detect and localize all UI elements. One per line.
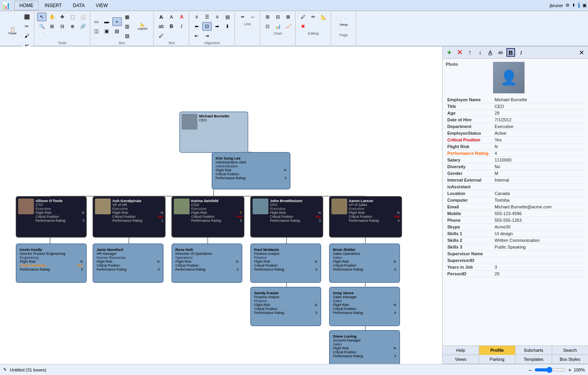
org-box-hr[interactable]: Ash Gorakpiraia VP of HR Executive Fligh… bbox=[93, 196, 166, 238]
panel-close-button[interactable]: ✕ bbox=[577, 48, 586, 57]
panel-tab-search[interactable]: Search bbox=[552, 346, 588, 355]
org-box-kevin[interactable]: Kevin Kastle Director Product Engineerin… bbox=[16, 243, 87, 283]
canvas-area[interactable]: Michael Burnette CEO Kim Sung Lee Admini… bbox=[0, 46, 442, 364]
org-box-ceo[interactable]: Michael Burnette CEO bbox=[179, 111, 248, 153]
zoom-out-button[interactable]: – bbox=[529, 367, 532, 373]
org-box-cfo[interactable]: John Broekhuizen CFO Executive Flight Ri… bbox=[250, 196, 323, 238]
panel-italic-button[interactable]: I bbox=[517, 48, 525, 57]
align-left2[interactable]: ⬅ bbox=[192, 22, 201, 31]
panel-up-button[interactable]: ↑ bbox=[465, 48, 474, 57]
org-box-admin[interactable]: Kim Sung Lee Administrative clerk Admini… bbox=[212, 152, 290, 189]
cut-button[interactable]: ✂ bbox=[22, 22, 32, 31]
panel-bold-button[interactable]: B bbox=[506, 48, 515, 57]
tool6[interactable]: ⊞ bbox=[47, 22, 57, 31]
panel-tab-help[interactable]: Help bbox=[443, 346, 479, 355]
chart6[interactable]: 📈 bbox=[283, 22, 293, 31]
chart4[interactable]: ⊡ bbox=[263, 22, 272, 31]
panel-delete-button[interactable]: ✕ bbox=[455, 48, 464, 57]
bold-button[interactable]: B bbox=[167, 22, 176, 31]
align-bottom[interactable]: ⬇ bbox=[223, 22, 232, 31]
align-left[interactable]: ≡ bbox=[192, 13, 201, 21]
align-center2[interactable]: ⊡ bbox=[202, 22, 212, 31]
org-box-vpsales[interactable]: Aaron Larson VP of Sales Executive Fligh… bbox=[329, 196, 402, 238]
text-format[interactable]: ab bbox=[156, 22, 166, 31]
panel-tab-templates[interactable]: Templates bbox=[515, 355, 552, 364]
panel-tab-parking[interactable]: Parking bbox=[479, 355, 516, 364]
tool7[interactable]: ⊟ bbox=[58, 22, 67, 31]
org-box-paul[interactable]: Paul McManis Finance Analyst Finance Fli… bbox=[250, 243, 321, 283]
zoom-slider[interactable] bbox=[534, 367, 566, 373]
org-box-greg[interactable]: Greg Vance Sales Manager Sales Flight Ri… bbox=[329, 287, 400, 326]
chart1[interactable]: ⊞ bbox=[263, 13, 272, 21]
align-right[interactable]: ≡ bbox=[212, 13, 222, 21]
font-color[interactable]: A bbox=[177, 13, 186, 21]
text-extra[interactable]: 🖊 bbox=[156, 32, 166, 40]
zoom-tool[interactable]: 🔍 bbox=[37, 22, 47, 31]
align-center[interactable]: ☰ bbox=[202, 13, 212, 21]
paste-button[interactable]: 📋Paste bbox=[4, 22, 21, 40]
view-icon[interactable]: ▣ bbox=[582, 3, 586, 8]
box3[interactable]: ▪ bbox=[112, 17, 122, 26]
box2[interactable]: ▬ bbox=[102, 17, 112, 26]
align-justify[interactable]: ▤ bbox=[223, 13, 232, 21]
org-box-steve[interactable]: Steve Luning Account Manager Sales Fligh… bbox=[329, 330, 400, 364]
box8[interactable]: ▥ bbox=[123, 22, 132, 31]
edit1[interactable]: 🖊 bbox=[298, 13, 308, 21]
copy-button[interactable]: ⬛ bbox=[22, 13, 32, 21]
org-box-russ[interactable]: Russ Holt Direcotor of Operations Operat… bbox=[171, 243, 242, 283]
panel-tab-subcharts[interactable]: Subcharts bbox=[515, 346, 552, 355]
box1[interactable]: ▭ bbox=[92, 17, 101, 26]
tool8[interactable]: ⊗ bbox=[68, 22, 77, 31]
settings-icon[interactable]: ⚙ bbox=[566, 3, 569, 8]
tool10[interactable]: 📄 bbox=[37, 32, 47, 40]
org-box-sandy[interactable]: Sandy Frazier Finance Analyst Finance Fl… bbox=[250, 287, 321, 326]
org-box-coo[interactable]: Karina Seinfeld COO Executive Flight Ris… bbox=[171, 196, 244, 238]
format-paint-button[interactable]: 🖌 bbox=[22, 32, 32, 40]
panel-font-button[interactable]: A bbox=[486, 48, 495, 57]
box4[interactable]: ◫ bbox=[92, 27, 101, 35]
italic-button[interactable]: I bbox=[177, 22, 186, 31]
panel-down-button[interactable]: ↓ bbox=[476, 48, 484, 57]
menu-tab-home[interactable]: HOME bbox=[14, 1, 39, 10]
org-box-cto[interactable]: Allison O'Toole CTO Executive Flight Ris… bbox=[16, 196, 87, 238]
line1[interactable]: ━ bbox=[238, 13, 247, 21]
help-icon[interactable]: ℹ bbox=[578, 2, 580, 9]
align-right2[interactable]: ➡ bbox=[212, 22, 222, 31]
menu-tab-data[interactable]: DATA bbox=[68, 1, 90, 10]
edit3[interactable]: 📐 bbox=[319, 13, 328, 21]
box7[interactable]: ▦ bbox=[123, 13, 132, 21]
chart2[interactable]: ⊟ bbox=[273, 13, 283, 21]
panel-tab-views[interactable]: Views bbox=[443, 355, 479, 364]
clone-tool[interactable]: ⬚ bbox=[68, 13, 77, 21]
panel-tab-profile[interactable]: Profile bbox=[479, 346, 516, 355]
panel-tab-boxstyles[interactable]: Box Styles bbox=[552, 355, 588, 364]
panel-bottom-tabs: Help Profile Subcharts Search Views Park… bbox=[443, 345, 588, 364]
chart5[interactable]: 📊 bbox=[273, 22, 283, 31]
line2[interactable]: ─ bbox=[248, 13, 257, 21]
menu-tab-insert[interactable]: INSERT bbox=[39, 1, 67, 10]
org-box-brian[interactable]: Brian Ridder Sales Operations Sales Flig… bbox=[329, 243, 400, 283]
font-smaller[interactable]: A bbox=[167, 13, 176, 21]
hand-tool[interactable]: ✋ bbox=[47, 13, 57, 21]
menu-tab-view[interactable]: VIEW bbox=[91, 1, 113, 10]
zoom-in-button[interactable]: + bbox=[568, 367, 571, 373]
tool9[interactable]: 🔗 bbox=[78, 22, 87, 31]
indent-right[interactable]: ⇥ bbox=[202, 32, 212, 40]
box9[interactable]: ▧ bbox=[123, 32, 132, 40]
box6[interactable]: ▤ bbox=[112, 27, 122, 35]
panel-add-button[interactable]: + bbox=[445, 48, 454, 57]
template-tool[interactable]: ⬜ bbox=[78, 13, 87, 21]
upload-icon[interactable]: ⬆ bbox=[572, 3, 575, 8]
edit2[interactable]: ✏ bbox=[309, 13, 318, 21]
chart3[interactable]: ⊠ bbox=[283, 13, 293, 21]
indent-left[interactable]: ⇤ bbox=[192, 32, 201, 40]
select-tool[interactable]: ↖ bbox=[37, 13, 47, 21]
box5[interactable]: ▣ bbox=[102, 27, 112, 35]
layout-button[interactable]: 📐Layout bbox=[133, 17, 153, 36]
org-box-janie[interactable]: Janie Mumford HR Manager Human Resources… bbox=[93, 243, 164, 283]
move-tool[interactable]: ✥ bbox=[58, 13, 67, 21]
setup-button[interactable]: 📄Setup bbox=[334, 13, 354, 32]
delete-button[interactable]: ✖ bbox=[298, 22, 308, 31]
font-bigger[interactable]: A bbox=[156, 13, 166, 21]
panel-ab-button[interactable]: ab bbox=[496, 48, 505, 57]
